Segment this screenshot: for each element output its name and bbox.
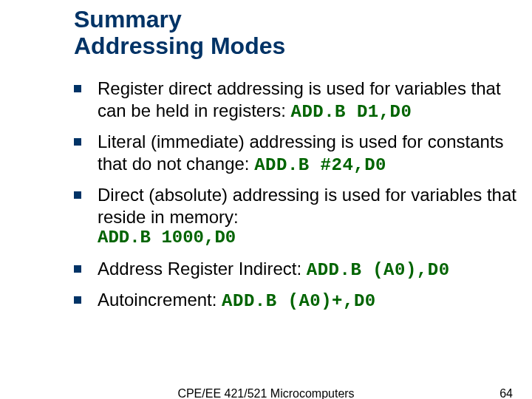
bullet-text: Address Register Indirect: ADD.B (A0),D0: [98, 258, 450, 282]
footer-center: CPE/EE 421/521 Microcomputers: [0, 387, 532, 399]
square-bullet-icon: [74, 85, 81, 92]
bullet-code: ADD.B (A0)+,D0: [222, 291, 376, 311]
list-item: Direct (absolute) addressing is used for…: [74, 184, 532, 228]
square-bullet-icon: [74, 138, 81, 146]
bullet-text-body: Address Register Indirect:: [98, 259, 307, 279]
bullet-text: Literal (immediate) addressing is used f…: [98, 131, 532, 177]
list-item: Autoincrement: ADD.B (A0)+,D0: [74, 289, 532, 313]
list-item: Register direct addressing is used for v…: [74, 78, 532, 123]
list-item: Literal (immediate) addressing is used f…: [74, 131, 532, 177]
list-item: Address Register Indirect: ADD.B (A0),D0: [74, 258, 532, 282]
slide-body: Register direct addressing is used for v…: [74, 78, 532, 320]
bullet-text: Direct (absolute) addressing is used for…: [98, 184, 532, 228]
bullet-text-body: Direct (absolute) addressing is used for…: [98, 185, 516, 227]
title-line-1: Summary: [74, 6, 182, 33]
bullet-text: Register direct addressing is used for v…: [98, 78, 532, 123]
title-line-2: Addressing Modes: [74, 33, 285, 59]
bullet-text: Autoincrement: ADD.B (A0)+,D0: [98, 289, 376, 313]
square-bullet-icon: [74, 191, 81, 199]
bullet-code: ADD.B D1,D0: [290, 102, 412, 122]
square-bullet-icon: [74, 265, 81, 273]
bullet-code-line: ADD.B 1000,D0: [98, 227, 532, 249]
square-bullet-icon: [74, 296, 81, 304]
page-number: 64: [499, 387, 513, 399]
bullet-code: ADD.B (A0),D0: [307, 260, 450, 280]
bullet-text-body: Autoincrement:: [98, 290, 222, 310]
slide: Summary Addressing Modes Register direct…: [0, 0, 532, 399]
slide-title: Summary Addressing Modes: [74, 6, 285, 59]
bullet-code: ADD.B #24,D0: [254, 155, 386, 175]
